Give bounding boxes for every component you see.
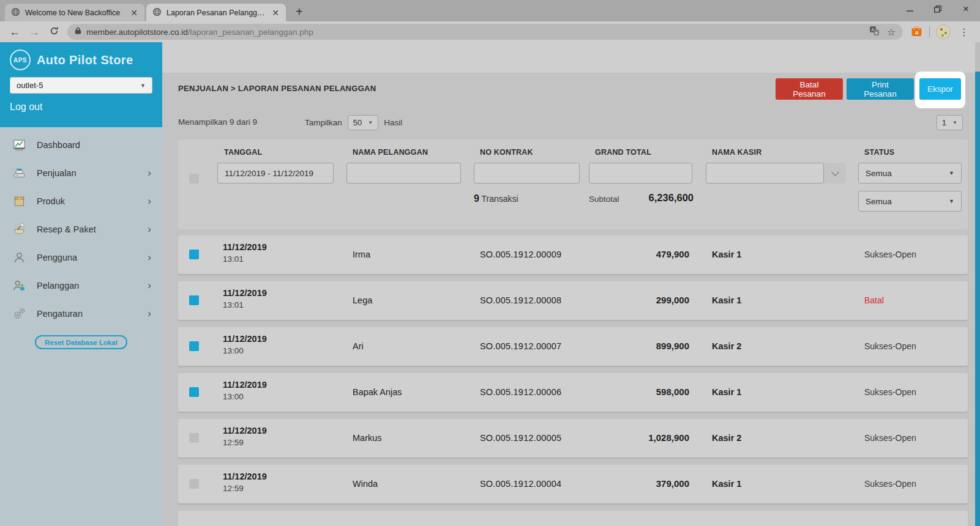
menu-item-label: Penjualan — [37, 168, 77, 178]
row-checkbox[interactable] — [189, 387, 199, 397]
chevron-down-icon — [831, 168, 839, 176]
new-tab-button[interactable]: + — [291, 5, 308, 19]
status-filter-select[interactable]: Semua▼ — [858, 163, 962, 183]
order-row-partial[interactable] — [178, 511, 968, 526]
ekspor-button[interactable]: Ekspor — [919, 78, 961, 100]
row-checkbox[interactable] — [189, 250, 199, 259]
row-checkbox[interactable] — [189, 295, 199, 305]
sidebar-item-pengguna[interactable]: Pengguna › — [0, 243, 162, 272]
select-all-checkbox[interactable] — [189, 174, 199, 183]
back-icon[interactable]: ← — [6, 26, 23, 39]
chevron-right-icon: › — [148, 167, 151, 179]
order-row[interactable]: 11/12/2019 13:01 Lega SO.005.1912.00008 … — [178, 281, 968, 320]
contract-no-cell: SO.005.1912.00008 — [480, 295, 561, 305]
cashier-cell: Kasir 1 — [712, 250, 741, 259]
bookmark-star-icon[interactable]: ☆ — [887, 26, 896, 38]
address-bar[interactable]: member.autopilotstore.co.id/laporan_pesa… — [67, 24, 903, 40]
shopping-bag-extension-icon[interactable]: a — [910, 24, 923, 40]
tab-title: Welcome to New Backoffice — [25, 9, 124, 17]
cashier-cell: Kasir 1 — [712, 387, 741, 397]
tab-welcome-backoffice[interactable]: Welcome to New Backoffice ✕ — [5, 4, 144, 21]
status-cell: Sukses-Open — [864, 479, 916, 489]
cashier-dropdown-toggle[interactable] — [824, 163, 846, 183]
status-cell: Batal — [864, 295, 884, 305]
tab-close-icon[interactable]: ✕ — [270, 8, 281, 18]
date-range-filter-input[interactable] — [217, 163, 334, 183]
forward-icon[interactable]: → — [26, 26, 43, 39]
customer-name-cell: Bapak Anjas — [353, 387, 402, 397]
order-row[interactable]: 11/12/2019 13:00 Ari SO.005.1912.00007 8… — [178, 327, 968, 366]
customers-icon — [12, 278, 28, 293]
order-row[interactable]: 11/12/2019 12:59 Markus SO.005.1912.0000… — [178, 419, 968, 457]
chevron-right-icon: › — [148, 195, 151, 207]
user-icon — [12, 250, 28, 265]
ekspor-highlight: Ekspor — [915, 72, 965, 108]
window-minimize-button[interactable] — [896, 0, 924, 18]
contract-no-filter-input[interactable] — [474, 163, 580, 183]
window-restore-button[interactable] — [924, 0, 952, 18]
toolbar-divider — [929, 26, 930, 37]
translate-icon[interactable]: Aa — [869, 26, 880, 39]
chevron-down-icon: ▼ — [140, 83, 146, 89]
svg-text:a: a — [915, 29, 919, 35]
order-row[interactable]: 11/12/2019 12:59 Winda SO.005.1912.00004… — [178, 465, 968, 503]
status-filter-select-2[interactable]: Semua▼ — [858, 191, 962, 212]
refresh-icon[interactable] — [45, 26, 62, 39]
menu-item-label: Pelanggan — [37, 281, 79, 291]
sidebar-item-produk[interactable]: Produk › — [0, 187, 162, 215]
page-size-select[interactable]: 50▼ — [348, 115, 378, 130]
tampilkan-label: Tampilkan — [305, 118, 342, 127]
batal-pesanan-button[interactable]: Batal Pesanan — [776, 78, 843, 100]
grand-total-cell: 1,028,900 — [585, 432, 689, 443]
order-row[interactable]: 11/12/2019 13:01 Irma SO.005.1912.00009 … — [178, 235, 968, 274]
row-checkbox[interactable] — [189, 433, 199, 443]
chevron-down-icon: ▼ — [949, 198, 954, 204]
row-checkbox[interactable] — [189, 479, 199, 489]
customer-name-cell: Irma — [353, 250, 370, 259]
browser-menu-icon[interactable]: ⋮ — [957, 26, 971, 38]
sidebar-item-pelanggan[interactable]: Pelanggan › — [0, 272, 162, 300]
column-header-no-kontrak: NO KONTRAK — [480, 148, 533, 157]
tab-close-icon[interactable]: ✕ — [129, 8, 140, 18]
row-checkbox[interactable] — [189, 341, 199, 351]
menu-item-label: Dashboard — [37, 140, 80, 150]
column-header-status: STATUS — [864, 148, 894, 157]
tab-laporan-pesanan[interactable]: Laporan Pesanan Pelanggan ✕ — [146, 4, 286, 21]
outlet-select[interactable]: outlet-5 ▼ — [10, 77, 152, 94]
breadcrumb: PENJUALAN > LAPORAN PESANAN PELANGGAN — [178, 84, 376, 93]
subtotal-value: 6,236,600 — [596, 192, 694, 204]
status-cell: Sukses-Open — [864, 250, 916, 259]
chevron-down-icon: ▼ — [952, 120, 957, 125]
customer-name-filter-input[interactable] — [346, 163, 461, 183]
print-pesanan-button[interactable]: Print Pesanan — [847, 78, 914, 100]
transaction-count: 9 Transaksi — [474, 193, 518, 204]
cashier-filter-input[interactable] — [706, 163, 824, 183]
sidebar-item-dashboard[interactable]: Dashboard › — [0, 131, 162, 159]
browser-toolbar: ← → member.autopilotstore.co.id/laporan_… — [0, 21, 980, 42]
order-row[interactable]: 11/12/2019 13:00 Bapak Anjas SO.005.1912… — [178, 373, 968, 412]
aps-logo: APS — [10, 50, 31, 70]
customer-name-cell: Markus — [353, 433, 382, 443]
dashboard-chart-icon — [12, 138, 28, 152]
contract-no-cell: SO.005.1912.00004 — [480, 479, 561, 489]
grand-total-filter-input[interactable] — [589, 163, 692, 183]
page-scrollbar-thumb[interactable] — [975, 72, 980, 526]
contract-no-cell: SO.005.1912.00007 — [480, 341, 561, 351]
sidebar-item-pengaturan[interactable]: Pengaturan › — [0, 300, 162, 328]
chevron-right-icon: › — [148, 280, 151, 292]
brand-name: Auto Pilot Store — [37, 53, 133, 67]
sidebar-item-penjualan[interactable]: Penjualan › — [0, 159, 162, 187]
profile-avatar[interactable] — [936, 24, 951, 39]
chevron-down-icon: ▼ — [949, 170, 954, 176]
gears-icon — [12, 306, 28, 321]
cashier-cell: Kasir 1 — [712, 479, 741, 489]
page-number-select[interactable]: 1▼ — [937, 115, 963, 130]
sidebar-item-resep-paket[interactable]: Resep & Paket › — [0, 215, 162, 243]
showing-count-text: Menampilkan 9 dari 9 — [178, 117, 257, 127]
logout-link[interactable]: Log out — [10, 102, 152, 113]
status-cell: Sukses-Open — [864, 433, 916, 443]
column-header-grand-total: GRAND TOTAL — [595, 148, 651, 157]
reset-database-button[interactable]: Reset Database Lokal — [35, 335, 127, 349]
window-close-button[interactable]: × — [952, 0, 980, 18]
lock-icon — [75, 26, 81, 37]
